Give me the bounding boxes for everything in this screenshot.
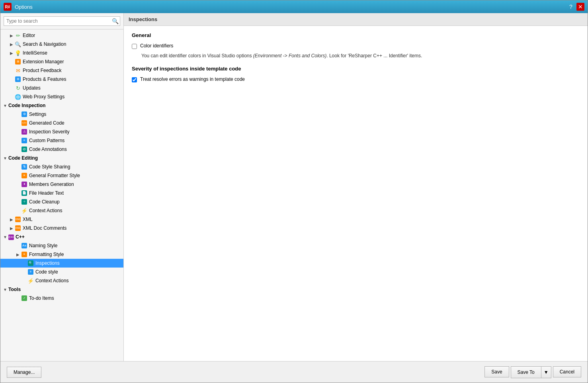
tree-item-code-style[interactable]: ▶ ≡ Code style — [0, 268, 123, 276]
tree-item-custom-patterns[interactable]: ▶ ≡ Custom Patterns — [0, 136, 123, 145]
xml-label: XML — [23, 217, 33, 222]
group-tools[interactable]: ▼ Tools — [0, 285, 123, 294]
color-identifiers-label[interactable]: Color identifiers — [140, 43, 173, 49]
save-button[interactable]: Save — [484, 366, 509, 377]
code-style-icon: ≡ — [27, 269, 34, 275]
expand-icon-ce: ▼ — [2, 155, 8, 161]
tree-item-product-feedback[interactable]: ▶ ✉ Product Feedback — [0, 66, 123, 75]
updates-label: Updates — [23, 85, 41, 91]
save-to-button[interactable]: Save To — [511, 367, 541, 378]
updates-icon: ↻ — [15, 85, 21, 91]
manage-button[interactable]: Manage... — [7, 367, 41, 378]
tree-item-intellisense[interactable]: ▶ 💡 IntelliSense — [0, 49, 123, 57]
tree-item-inspections[interactable]: ▶ 🔍 Inspections — [0, 259, 123, 268]
bottom-bar: Manage... Save Save To ▼ Cancel — [0, 361, 588, 383]
intellisense-label: IntelliSense — [23, 50, 47, 56]
tree-item-code-cleanup[interactable]: ▶ ✧ Code Cleanup — [0, 197, 123, 206]
tree-item-inspection-severity[interactable]: ▶ ⚠ Inspection Severity — [0, 127, 123, 136]
group-cpp-label: C++ — [16, 234, 25, 240]
cancel-button[interactable]: Cancel — [553, 366, 581, 377]
todo-label: To-do Items — [29, 295, 54, 301]
tree-item-xml-doc[interactable]: ▶ XML XML Doc Comments — [0, 224, 123, 233]
naming-style-icon: Aa — [21, 242, 27, 249]
intellisense-icon: 💡 — [15, 50, 21, 56]
cpp-icon: C++ — [8, 234, 14, 240]
expand-icon-editor: ▶ — [8, 32, 15, 39]
title-bar-left: R# Options — [4, 3, 33, 11]
product-feedback-icon: ✉ — [15, 67, 21, 74]
expand-icon-xml: ▶ — [8, 216, 15, 223]
title-bar: R# Options ? ✕ — [0, 0, 588, 13]
search-nav-icon: 🔍 — [15, 41, 21, 47]
severity-section-title: Severity of inspections inside template … — [132, 66, 580, 72]
inspection-severity-icon: ⚠ — [21, 129, 27, 135]
tree-item-code-style-sharing[interactable]: ▶ ⇅ Code Style Sharing — [0, 162, 123, 171]
tree-item-search-navigation[interactable]: ▶ 🔍 Search & Navigation — [0, 40, 123, 49]
group-cpp[interactable]: ▼ C++ C++ — [0, 233, 123, 241]
tree-item-web-proxy[interactable]: ▶ 🌐 Web Proxy Settings — [0, 92, 123, 101]
members-generation-icon: ✦ — [21, 181, 27, 188]
tree-item-members-generation[interactable]: ▶ ✦ Members Generation — [0, 180, 123, 189]
save-to-group: Save To ▼ — [511, 366, 551, 378]
group-code-inspection-label: Code Inspection — [8, 103, 45, 108]
expand-icon-tools: ▼ — [2, 286, 8, 293]
panel-header: Inspections — [124, 13, 588, 26]
tree-item-editor[interactable]: ▶ ✏ Editor — [0, 31, 123, 40]
tree-container[interactable]: ▶ ✏ Editor ▶ 🔍 Search & Navigation — [0, 29, 123, 361]
search-icon: 🔍 — [112, 18, 119, 24]
tree-item-products-features[interactable]: ▶ ⊞ Products & Features — [0, 75, 123, 84]
close-button[interactable]: ✕ — [576, 3, 584, 11]
color-identifiers-row: Color identifiers — [132, 43, 580, 49]
expand-icon-fs: ▶ — [15, 251, 21, 258]
group-code-editing-label: Code Editing — [8, 155, 38, 161]
search-input[interactable] — [4, 16, 120, 26]
generated-code-icon: </> — [21, 120, 27, 126]
tree-item-context-actions[interactable]: ▶ ⚡ Context Actions — [0, 206, 123, 215]
context-actions-icon: ⚡ — [21, 207, 27, 214]
save-to-dropdown-button[interactable]: ▼ — [541, 367, 551, 378]
formatting-style-label: Formatting Style — [29, 252, 64, 257]
bottom-left: Manage... — [7, 367, 41, 378]
group-code-editing[interactable]: ▼ Code Editing — [0, 154, 123, 162]
search-box: 🔍 — [0, 13, 123, 29]
settings-label: Settings — [29, 111, 46, 117]
expand-icon-search: ▶ — [8, 41, 15, 47]
custom-patterns-label: Custom Patterns — [29, 138, 64, 143]
formatting-style-icon: ≡ — [21, 251, 27, 258]
treat-resolve-label[interactable]: Treat resolve errors as warnings in temp… — [140, 76, 245, 82]
tree-item-updates[interactable]: ▶ ↻ Updates — [0, 84, 123, 92]
help-button[interactable]: ? — [567, 3, 575, 11]
group-code-inspection[interactable]: ▼ Code Inspection — [0, 101, 123, 110]
context-actions-cpp-label: Context Actions — [35, 278, 68, 283]
code-cleanup-icon: ✧ — [21, 199, 27, 205]
editor-label: Editor — [23, 33, 35, 38]
expand-icon-cpp: ▼ — [2, 234, 8, 240]
code-style-sharing-label: Code Style Sharing — [29, 164, 70, 170]
tree-item-xml[interactable]: ▶ XML XML — [0, 215, 123, 224]
tree-item-todo[interactable]: ▶ ✓ To-do Items — [0, 294, 123, 303]
xml-icon: XML — [15, 216, 21, 223]
tree-item-code-annotations[interactable]: ▶ @ Code Annotations — [0, 145, 123, 154]
code-annotations-icon: @ — [21, 146, 27, 152]
treat-resolve-checkbox[interactable] — [132, 77, 137, 82]
color-identifiers-checkbox[interactable] — [132, 44, 137, 49]
tree-item-formatting-style[interactable]: ▶ ≡ Formatting Style — [0, 250, 123, 259]
web-proxy-icon: 🌐 — [15, 94, 21, 100]
web-proxy-label: Web Proxy Settings — [23, 94, 64, 100]
tree-item-context-actions-cpp[interactable]: ▶ ⚡ Context Actions — [0, 276, 123, 285]
tree-item-generated-code[interactable]: ▶ </> Generated Code — [0, 119, 123, 127]
tree-item-naming-style[interactable]: ▶ Aa Naming Style — [0, 241, 123, 250]
search-input-wrapper: 🔍 — [4, 16, 120, 26]
code-cleanup-label: Code Cleanup — [29, 199, 60, 205]
context-actions-label: Context Actions — [29, 208, 62, 213]
tree-item-general-formatter[interactable]: ▶ ≡ General Formatter Style — [0, 171, 123, 180]
tree-item-file-header[interactable]: ▶ 📄 File Header Text — [0, 189, 123, 197]
inspection-severity-label: Inspection Severity — [29, 129, 69, 135]
left-panel: 🔍 ▶ ✏ Editor ▶ 🔍 — [0, 13, 124, 361]
tree-item-settings[interactable]: ▶ ⚙ Settings — [0, 110, 123, 119]
tree-item-extension-manager[interactable]: ▶ ⊞ Extension Manager — [0, 57, 123, 66]
extension-manager-icon: ⊞ — [15, 59, 21, 65]
product-feedback-label: Product Feedback — [23, 68, 61, 73]
todo-icon: ✓ — [21, 295, 27, 301]
expand-icon-intellisense: ▶ — [8, 50, 15, 56]
